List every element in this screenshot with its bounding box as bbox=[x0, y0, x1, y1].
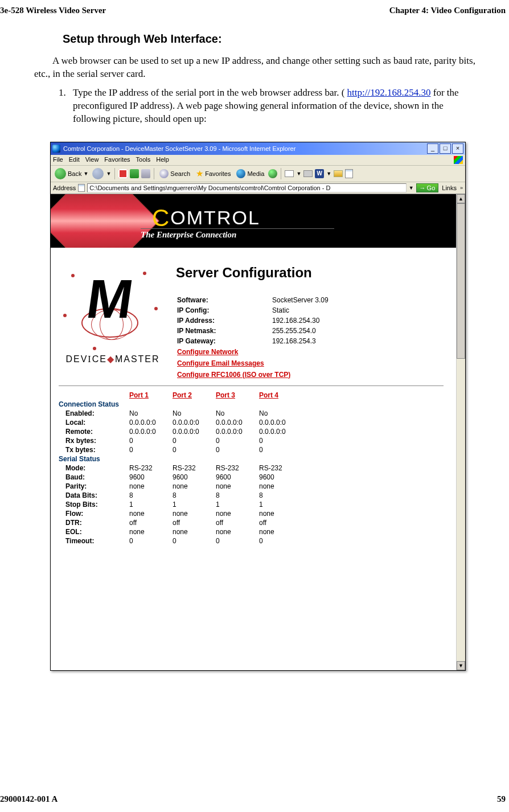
menu-tools[interactable]: Tools bbox=[136, 156, 151, 164]
page-content: Setup through Web Interface: A web brows… bbox=[0, 15, 509, 671]
cell-value: 0 bbox=[127, 536, 170, 546]
table-row: Mode:RS-232RS-232RS-232RS-232 bbox=[59, 464, 300, 473]
row-label: Baud: bbox=[59, 473, 127, 482]
chevron-down-icon[interactable]: ▼ bbox=[296, 171, 301, 177]
cfg-row: Software:SocketServer 3.09 bbox=[177, 296, 455, 305]
history-button[interactable] bbox=[268, 169, 277, 178]
port-4-link[interactable]: Port 4 bbox=[259, 391, 278, 399]
edit-button[interactable]: W bbox=[315, 169, 324, 178]
table-row: Timeout:0000 bbox=[59, 536, 300, 546]
cell-value: none bbox=[257, 482, 300, 491]
table-row: Rx bytes:0000 bbox=[59, 436, 300, 445]
cell-value: RS-232 bbox=[214, 464, 257, 473]
row-label: Mode: bbox=[59, 464, 127, 473]
scroll-down-icon[interactable]: ▼ bbox=[457, 661, 465, 670]
refresh-button[interactable] bbox=[130, 169, 139, 178]
page-body: M DEVICE◆MASTER Server Configuration Sof… bbox=[51, 248, 456, 551]
search-icon bbox=[159, 169, 169, 178]
cell-value: none bbox=[170, 527, 214, 536]
stop-button[interactable] bbox=[118, 169, 128, 178]
back-button[interactable]: Back ▼ bbox=[53, 167, 90, 180]
device-logo-text: DEVICE◆MASTER bbox=[59, 354, 167, 364]
separator bbox=[281, 168, 281, 179]
cell-value: 0 bbox=[257, 445, 300, 454]
favorites-button[interactable]: ★ Favorites bbox=[194, 169, 232, 178]
cell-value: RS-232 bbox=[127, 464, 170, 473]
configure-network-link[interactable]: Configure Network bbox=[177, 347, 238, 356]
brand-banner: COMTROL The Enterprise Connection bbox=[51, 194, 456, 248]
scroll-up-icon[interactable]: ▲ bbox=[457, 194, 465, 203]
chevron-down-icon[interactable]: ▼ bbox=[106, 171, 111, 177]
media-button[interactable]: Media bbox=[235, 169, 266, 179]
forward-button[interactable] bbox=[92, 168, 104, 179]
address-input[interactable] bbox=[87, 183, 406, 192]
vertical-scrollbar[interactable]: ▲ ▼ bbox=[456, 194, 465, 670]
row-label: Stop Bits: bbox=[59, 500, 127, 509]
cell-value: 0 bbox=[170, 436, 214, 445]
row-label: Timeout: bbox=[59, 536, 127, 546]
cell-value: 0.0.0.0:0 bbox=[170, 427, 214, 436]
menu-edit[interactable]: Edit bbox=[69, 156, 80, 164]
port-3-link[interactable]: Port 3 bbox=[216, 391, 235, 399]
menu-file[interactable]: File bbox=[53, 156, 63, 164]
print-button[interactable] bbox=[303, 170, 313, 177]
chevron-down-icon[interactable]: ▼ bbox=[326, 171, 331, 177]
page-header: 3e-528 Wireless Video Server Chapter 4: … bbox=[0, 0, 509, 15]
search-button[interactable]: Search bbox=[158, 169, 192, 179]
cell-value: 9600 bbox=[127, 473, 170, 482]
links-label[interactable]: Links bbox=[441, 184, 458, 191]
cell-value: 1 bbox=[127, 500, 170, 509]
device-logo: M DEVICE◆MASTER bbox=[51, 248, 176, 381]
scroll-thumb[interactable] bbox=[457, 203, 465, 359]
cell-value: 0 bbox=[214, 436, 257, 445]
separator bbox=[114, 168, 115, 179]
menubar: File Edit View Favorites Tools Help bbox=[51, 155, 465, 166]
chevron-down-icon[interactable]: ▼ bbox=[409, 185, 414, 191]
cell-value: 8 bbox=[257, 491, 300, 500]
menu-favorites[interactable]: Favorites bbox=[104, 156, 130, 164]
maximize-button[interactable]: □ bbox=[440, 143, 451, 154]
cell-value: 0.0.0.0:0 bbox=[257, 427, 300, 436]
folder-button[interactable] bbox=[334, 170, 343, 177]
page-footer: 29000142-001 A 59 bbox=[0, 794, 506, 804]
header-right: Chapter 4: Video Configuration bbox=[389, 6, 506, 15]
configure-rfc1006-link[interactable]: Configure RFC1006 (ISO over TCP) bbox=[177, 370, 290, 379]
cell-value: off bbox=[214, 518, 257, 527]
cell-value: none bbox=[127, 509, 170, 518]
cell-value: 0 bbox=[257, 536, 300, 546]
row-label: Local: bbox=[59, 418, 127, 427]
row-label: Remote: bbox=[59, 427, 127, 436]
home-button[interactable] bbox=[141, 169, 150, 178]
cell-value: 9600 bbox=[214, 473, 257, 482]
row-label: Rx bytes: bbox=[59, 436, 127, 445]
configure-email-link[interactable]: Configure Email Messages bbox=[177, 359, 264, 368]
screenshot: Comtrol Corporation - DeviceMaster Socke… bbox=[50, 142, 466, 671]
page-button[interactable] bbox=[345, 169, 353, 178]
port-1-link[interactable]: Port 1 bbox=[129, 391, 149, 399]
scroll-track[interactable] bbox=[457, 203, 465, 661]
minimize-button[interactable]: _ bbox=[427, 143, 438, 154]
cell-value: none bbox=[170, 482, 214, 491]
table-row: Tx bytes:0000 bbox=[59, 445, 300, 454]
cell-value: No bbox=[214, 409, 257, 418]
close-button[interactable]: × bbox=[452, 143, 463, 154]
chevron-right-icon[interactable]: » bbox=[460, 185, 463, 191]
port-header-row: Port 1 Port 2 Port 3 Port 4 bbox=[59, 391, 300, 400]
menu-view[interactable]: View bbox=[85, 156, 99, 164]
table-row: Remote:0.0.0.0:00.0.0.0:00.0.0.0:00.0.0.… bbox=[59, 427, 300, 436]
cell-value: 9600 bbox=[170, 473, 214, 482]
cell-value: No bbox=[170, 409, 214, 418]
cell-value: No bbox=[257, 409, 300, 418]
menu-help[interactable]: Help bbox=[156, 156, 169, 164]
titlebar: Comtrol Corporation - DeviceMaster Socke… bbox=[51, 142, 465, 155]
cell-value: 0 bbox=[127, 445, 170, 454]
go-button[interactable]: → Go bbox=[416, 183, 439, 192]
header-left: 3e-528 Wireless Video Server bbox=[0, 6, 106, 15]
mail-button[interactable] bbox=[285, 170, 294, 177]
page-icon bbox=[78, 184, 85, 192]
cell-value: 0 bbox=[214, 536, 257, 546]
port-2-link[interactable]: Port 2 bbox=[173, 391, 192, 399]
windows-flag-icon bbox=[454, 156, 463, 164]
cell-value: none bbox=[257, 509, 300, 518]
ip-address-link[interactable]: http://192.168.254.30 bbox=[347, 87, 431, 98]
